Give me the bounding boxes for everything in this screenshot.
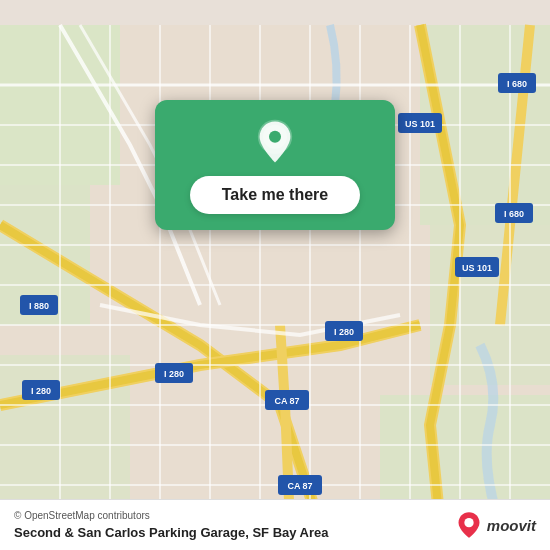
map-background: I 880 I 280 I 280 US 101 US 101 I 680 I … <box>0 0 550 550</box>
bottom-bar: © OpenStreetMap contributors Second & Sa… <box>0 499 550 550</box>
svg-point-50 <box>269 131 281 143</box>
take-me-there-button[interactable]: Take me there <box>190 176 360 214</box>
moovit-pin-icon <box>455 511 483 539</box>
map-container: I 880 I 280 I 280 US 101 US 101 I 680 I … <box>0 0 550 550</box>
bottom-info: © OpenStreetMap contributors Second & Sa… <box>14 510 329 540</box>
svg-text:I 280: I 280 <box>164 369 184 379</box>
svg-text:I 880: I 880 <box>29 301 49 311</box>
osm-attribution: © OpenStreetMap contributors <box>14 510 329 521</box>
svg-text:I 280: I 280 <box>334 327 354 337</box>
svg-text:I 280: I 280 <box>31 386 51 396</box>
location-title: Second & San Carlos Parking Garage, SF B… <box>14 525 329 540</box>
svg-text:US 101: US 101 <box>462 263 492 273</box>
svg-text:CA 87: CA 87 <box>287 481 312 491</box>
svg-text:US 101: US 101 <box>405 119 435 129</box>
svg-text:I 680: I 680 <box>504 209 524 219</box>
moovit-logo: moovit <box>455 511 536 539</box>
action-card: Take me there <box>155 100 395 230</box>
svg-point-51 <box>464 518 473 527</box>
svg-text:I 680: I 680 <box>507 79 527 89</box>
location-pin-icon <box>251 118 299 166</box>
moovit-label: moovit <box>487 517 536 534</box>
svg-text:CA 87: CA 87 <box>274 396 299 406</box>
